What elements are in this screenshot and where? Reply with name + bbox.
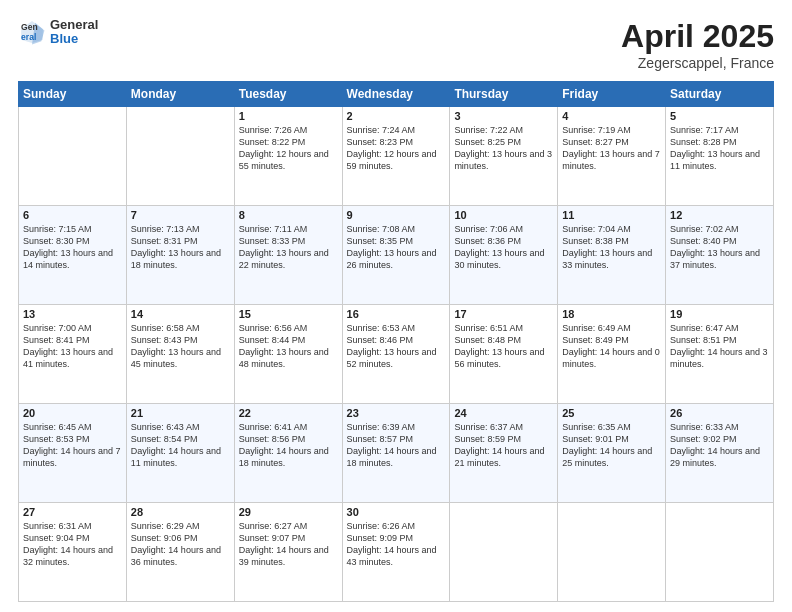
logo: Gen eral General Blue <box>18 18 98 47</box>
cell-text: Sunrise: 6:45 AMSunset: 8:53 PMDaylight:… <box>23 422 121 468</box>
calendar-cell: 23 Sunrise: 6:39 AMSunset: 8:57 PMDaylig… <box>342 404 450 503</box>
cell-text: Sunrise: 7:24 AMSunset: 8:23 PMDaylight:… <box>347 125 437 171</box>
month-title: April 2025 <box>621 18 774 55</box>
day-number: 22 <box>239 407 338 419</box>
day-number: 24 <box>454 407 553 419</box>
calendar-week-row: 1 Sunrise: 7:26 AMSunset: 8:22 PMDayligh… <box>19 107 774 206</box>
day-number: 15 <box>239 308 338 320</box>
day-header: Monday <box>126 82 234 107</box>
day-header: Friday <box>558 82 666 107</box>
day-number: 14 <box>131 308 230 320</box>
cell-text: Sunrise: 7:11 AMSunset: 8:33 PMDaylight:… <box>239 224 329 270</box>
day-number: 9 <box>347 209 446 221</box>
calendar-cell: 1 Sunrise: 7:26 AMSunset: 8:22 PMDayligh… <box>234 107 342 206</box>
day-number: 12 <box>670 209 769 221</box>
calendar-cell: 13 Sunrise: 7:00 AMSunset: 8:41 PMDaylig… <box>19 305 127 404</box>
calendar-cell: 15 Sunrise: 6:56 AMSunset: 8:44 PMDaylig… <box>234 305 342 404</box>
day-number: 4 <box>562 110 661 122</box>
logo-blue: Blue <box>50 32 98 46</box>
calendar-cell: 30 Sunrise: 6:26 AMSunset: 9:09 PMDaylig… <box>342 503 450 602</box>
calendar-cell: 21 Sunrise: 6:43 AMSunset: 8:54 PMDaylig… <box>126 404 234 503</box>
calendar-cell: 7 Sunrise: 7:13 AMSunset: 8:31 PMDayligh… <box>126 206 234 305</box>
calendar-cell: 12 Sunrise: 7:02 AMSunset: 8:40 PMDaylig… <box>666 206 774 305</box>
calendar-header-row: SundayMondayTuesdayWednesdayThursdayFrid… <box>19 82 774 107</box>
day-number: 17 <box>454 308 553 320</box>
cell-text: Sunrise: 7:15 AMSunset: 8:30 PMDaylight:… <box>23 224 113 270</box>
cell-text: Sunrise: 6:39 AMSunset: 8:57 PMDaylight:… <box>347 422 437 468</box>
day-header: Sunday <box>19 82 127 107</box>
day-header: Thursday <box>450 82 558 107</box>
cell-text: Sunrise: 7:26 AMSunset: 8:22 PMDaylight:… <box>239 125 329 171</box>
calendar-cell: 24 Sunrise: 6:37 AMSunset: 8:59 PMDaylig… <box>450 404 558 503</box>
day-number: 23 <box>347 407 446 419</box>
calendar-week-row: 27 Sunrise: 6:31 AMSunset: 9:04 PMDaylig… <box>19 503 774 602</box>
calendar-week-row: 13 Sunrise: 7:00 AMSunset: 8:41 PMDaylig… <box>19 305 774 404</box>
logo-general: General <box>50 18 98 32</box>
day-number: 3 <box>454 110 553 122</box>
day-number: 20 <box>23 407 122 419</box>
calendar-cell: 5 Sunrise: 7:17 AMSunset: 8:28 PMDayligh… <box>666 107 774 206</box>
calendar-cell: 4 Sunrise: 7:19 AMSunset: 8:27 PMDayligh… <box>558 107 666 206</box>
logo-icon: Gen eral <box>18 18 46 46</box>
cell-text: Sunrise: 6:49 AMSunset: 8:49 PMDaylight:… <box>562 323 660 369</box>
day-header: Wednesday <box>342 82 450 107</box>
svg-text:Gen: Gen <box>21 23 38 33</box>
cell-text: Sunrise: 6:33 AMSunset: 9:02 PMDaylight:… <box>670 422 760 468</box>
cell-text: Sunrise: 6:37 AMSunset: 8:59 PMDaylight:… <box>454 422 544 468</box>
cell-text: Sunrise: 7:22 AMSunset: 8:25 PMDaylight:… <box>454 125 552 171</box>
cell-text: Sunrise: 6:47 AMSunset: 8:51 PMDaylight:… <box>670 323 768 369</box>
cell-text: Sunrise: 6:58 AMSunset: 8:43 PMDaylight:… <box>131 323 221 369</box>
calendar-cell <box>19 107 127 206</box>
day-number: 21 <box>131 407 230 419</box>
cell-text: Sunrise: 6:26 AMSunset: 9:09 PMDaylight:… <box>347 521 437 567</box>
day-number: 18 <box>562 308 661 320</box>
day-number: 16 <box>347 308 446 320</box>
calendar-cell: 9 Sunrise: 7:08 AMSunset: 8:35 PMDayligh… <box>342 206 450 305</box>
calendar-cell <box>126 107 234 206</box>
calendar-cell: 17 Sunrise: 6:51 AMSunset: 8:48 PMDaylig… <box>450 305 558 404</box>
day-header: Tuesday <box>234 82 342 107</box>
cell-text: Sunrise: 7:04 AMSunset: 8:38 PMDaylight:… <box>562 224 652 270</box>
day-header: Saturday <box>666 82 774 107</box>
calendar-cell <box>558 503 666 602</box>
cell-text: Sunrise: 7:08 AMSunset: 8:35 PMDaylight:… <box>347 224 437 270</box>
cell-text: Sunrise: 6:43 AMSunset: 8:54 PMDaylight:… <box>131 422 221 468</box>
day-number: 6 <box>23 209 122 221</box>
calendar-cell: 11 Sunrise: 7:04 AMSunset: 8:38 PMDaylig… <box>558 206 666 305</box>
day-number: 1 <box>239 110 338 122</box>
calendar-cell: 27 Sunrise: 6:31 AMSunset: 9:04 PMDaylig… <box>19 503 127 602</box>
day-number: 27 <box>23 506 122 518</box>
cell-text: Sunrise: 6:31 AMSunset: 9:04 PMDaylight:… <box>23 521 113 567</box>
calendar-cell: 6 Sunrise: 7:15 AMSunset: 8:30 PMDayligh… <box>19 206 127 305</box>
cell-text: Sunrise: 6:35 AMSunset: 9:01 PMDaylight:… <box>562 422 652 468</box>
calendar-cell: 10 Sunrise: 7:06 AMSunset: 8:36 PMDaylig… <box>450 206 558 305</box>
calendar: SundayMondayTuesdayWednesdayThursdayFrid… <box>18 81 774 602</box>
cell-text: Sunrise: 7:17 AMSunset: 8:28 PMDaylight:… <box>670 125 760 171</box>
title-section: April 2025 Zegerscappel, France <box>621 18 774 71</box>
calendar-cell: 18 Sunrise: 6:49 AMSunset: 8:49 PMDaylig… <box>558 305 666 404</box>
cell-text: Sunrise: 6:51 AMSunset: 8:48 PMDaylight:… <box>454 323 544 369</box>
day-number: 5 <box>670 110 769 122</box>
header: Gen eral General Blue April 2025 Zegersc… <box>18 18 774 71</box>
calendar-cell: 22 Sunrise: 6:41 AMSunset: 8:56 PMDaylig… <box>234 404 342 503</box>
cell-text: Sunrise: 6:53 AMSunset: 8:46 PMDaylight:… <box>347 323 437 369</box>
day-number: 2 <box>347 110 446 122</box>
calendar-cell: 28 Sunrise: 6:29 AMSunset: 9:06 PMDaylig… <box>126 503 234 602</box>
day-number: 28 <box>131 506 230 518</box>
cell-text: Sunrise: 6:41 AMSunset: 8:56 PMDaylight:… <box>239 422 329 468</box>
calendar-cell: 14 Sunrise: 6:58 AMSunset: 8:43 PMDaylig… <box>126 305 234 404</box>
page: Gen eral General Blue April 2025 Zegersc… <box>0 0 792 612</box>
calendar-cell: 16 Sunrise: 6:53 AMSunset: 8:46 PMDaylig… <box>342 305 450 404</box>
calendar-cell: 29 Sunrise: 6:27 AMSunset: 9:07 PMDaylig… <box>234 503 342 602</box>
calendar-cell: 19 Sunrise: 6:47 AMSunset: 8:51 PMDaylig… <box>666 305 774 404</box>
day-number: 19 <box>670 308 769 320</box>
calendar-cell: 20 Sunrise: 6:45 AMSunset: 8:53 PMDaylig… <box>19 404 127 503</box>
day-number: 10 <box>454 209 553 221</box>
cell-text: Sunrise: 7:00 AMSunset: 8:41 PMDaylight:… <box>23 323 113 369</box>
svg-text:eral: eral <box>21 32 36 42</box>
calendar-cell: 26 Sunrise: 6:33 AMSunset: 9:02 PMDaylig… <box>666 404 774 503</box>
day-number: 7 <box>131 209 230 221</box>
cell-text: Sunrise: 7:19 AMSunset: 8:27 PMDaylight:… <box>562 125 660 171</box>
logo-text: General Blue <box>50 18 98 47</box>
day-number: 11 <box>562 209 661 221</box>
